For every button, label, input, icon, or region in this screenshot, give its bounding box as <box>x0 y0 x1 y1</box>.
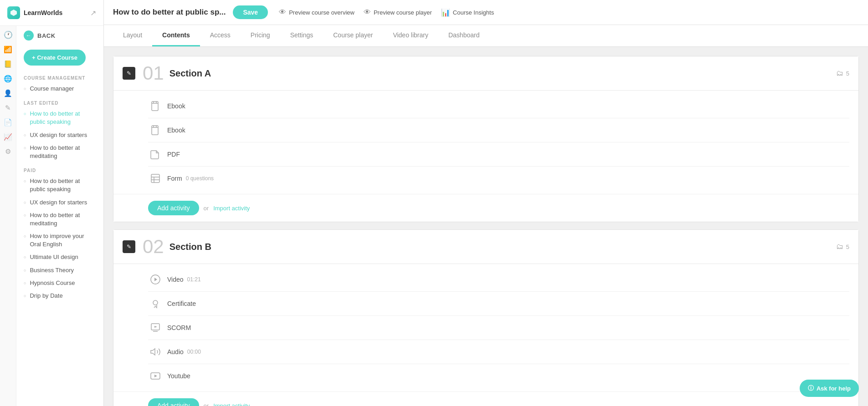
sidebar-item-course-manager[interactable]: Course manager <box>16 82 103 95</box>
tab-video-library[interactable]: Video library <box>383 25 438 46</box>
scorm-icon <box>148 320 163 335</box>
activity-item-video[interactable]: Video 01:21 <box>148 268 849 292</box>
svg-rect-2 <box>152 126 158 135</box>
section-meta-a: 🗂 5 <box>836 69 849 77</box>
sidebar-item-last-0[interactable]: How to do better at public speaking <box>16 107 103 128</box>
course-management-label: COURSE MANAGEMENT <box>16 70 103 82</box>
main-area: How to do better at public sp... Save 👁 … <box>104 0 868 406</box>
last-edited-label: LAST EDITED <box>16 95 103 107</box>
sidebar-item-paid-3[interactable]: How to improve your Oral English <box>16 230 103 251</box>
nav-icon-gear[interactable]: ⚙ <box>5 147 11 156</box>
section-header-a: ✎ 01 Section A 🗂 5 <box>113 56 858 91</box>
nav-icon-page[interactable]: 📄 <box>4 118 12 127</box>
activity-meta-form: 0 questions <box>186 175 214 182</box>
preview-player-action[interactable]: 👁 Preview course player <box>364 8 432 16</box>
youtube-icon <box>148 369 163 383</box>
or-text-a: or <box>204 205 209 212</box>
activity-item-scorm[interactable]: SCORM <box>148 316 849 340</box>
nav-icon-pen[interactable]: ✎ <box>5 104 11 112</box>
activity-meta-audio: 00:00 <box>187 349 201 355</box>
ask-for-help-button[interactable]: ⓘ Ask for help <box>800 380 859 397</box>
nav-icon-book[interactable]: 📒 <box>4 60 12 68</box>
back-arrow-icon: ← <box>24 30 34 41</box>
add-activity-button-b[interactable]: Add activity <box>148 398 199 406</box>
preview-overview-action[interactable]: 👁 Preview course overview <box>279 8 354 16</box>
course-insights-label: Course Insights <box>453 9 494 16</box>
course-insights-action[interactable]: 📊 Course Insights <box>441 8 494 17</box>
content-area: ✎ 01 Section A 🗂 5 Ebook <box>104 47 868 406</box>
footprint-icon-a: 🗂 <box>836 69 843 77</box>
section-edit-button-a[interactable]: ✎ <box>123 67 135 80</box>
activity-label-form: Form <box>167 175 182 182</box>
tab-layout[interactable]: Layout <box>113 25 152 46</box>
sidebar-item-last-2[interactable]: How to do better at meditating <box>16 142 103 162</box>
activity-label-pdf: PDF <box>167 151 180 158</box>
svg-marker-0 <box>10 10 17 16</box>
or-text-b: or <box>204 402 209 406</box>
svg-rect-1 <box>152 102 158 111</box>
back-button[interactable]: ← BACK <box>16 26 103 45</box>
section-number-b: 02 <box>143 237 164 256</box>
preview-overview-icon: 👁 <box>279 8 286 16</box>
page-title: How to do better at public sp... <box>113 8 226 17</box>
nav-icon-user[interactable]: 👤 <box>4 89 12 97</box>
activity-item-youtube[interactable]: Youtube <box>148 364 849 388</box>
section-header-b: ✎ 02 Section B 🗂 5 <box>113 230 858 264</box>
activity-label-ebook1: Ebook <box>167 102 185 110</box>
sidebar-item-paid-7[interactable]: Drip by Date <box>16 289 103 302</box>
export-icon[interactable]: ↗ <box>90 9 96 17</box>
tab-settings[interactable]: Settings <box>280 25 324 46</box>
sidebar-item-paid-4[interactable]: Ultimate UI design <box>16 251 103 264</box>
tab-course-player[interactable]: Course player <box>323 25 383 46</box>
activity-label-scorm: SCORM <box>167 324 191 331</box>
activity-item-ebook2[interactable]: Ebook <box>148 118 849 142</box>
activity-item-ebook1[interactable]: Ebook <box>148 94 849 118</box>
section-number-a: 01 <box>143 64 164 83</box>
preview-overview-label: Preview course overview <box>289 9 354 16</box>
create-course-button[interactable]: + Create Course <box>24 50 86 66</box>
preview-player-icon: 👁 <box>364 8 371 16</box>
audio-icon <box>148 345 163 359</box>
activities-section-a: Ebook Ebook PDF <box>113 91 858 194</box>
sidebar-item-paid-1[interactable]: UX design for starters <box>16 196 103 209</box>
import-activity-link-b[interactable]: Import activity <box>213 402 250 406</box>
preview-player-label: Preview course player <box>374 9 432 16</box>
activity-item-certificate[interactable]: Certificate <box>148 292 849 316</box>
tab-dashboard[interactable]: Dashboard <box>438 25 490 46</box>
nav-icon-wifi[interactable]: 📶 <box>4 46 12 54</box>
import-activity-link-a[interactable]: Import activity <box>213 205 250 212</box>
nav-icon-clock[interactable]: 🕐 <box>4 30 13 39</box>
ebook-icon-1 <box>148 99 163 113</box>
sidebar-item-paid-2[interactable]: How to do better at meditating <box>16 209 103 230</box>
tab-contents[interactable]: Contents <box>152 25 200 46</box>
section-title-b: Section B <box>169 242 211 252</box>
sidebar-item-paid-5[interactable]: Business Theory <box>16 264 103 277</box>
sidebar-item-last-1[interactable]: UX design for starters <box>16 129 103 142</box>
svg-marker-13 <box>151 349 155 355</box>
add-activity-button-a[interactable]: Add activity <box>148 201 199 215</box>
section-count-a: 5 <box>846 70 849 77</box>
save-button[interactable]: Save <box>233 5 268 19</box>
activity-item-audio[interactable]: Audio 00:00 <box>148 340 849 364</box>
svg-marker-8 <box>154 278 157 281</box>
svg-marker-11 <box>154 326 157 328</box>
section-edit-button-b[interactable]: ✎ <box>123 240 135 253</box>
topbar: How to do better at public sp... Save 👁 … <box>104 0 868 25</box>
activity-item-form[interactable]: Form 0 questions <box>148 167 849 190</box>
footprint-icon-b: 🗂 <box>836 243 843 251</box>
section-meta-b: 🗂 5 <box>836 243 849 251</box>
section-footer-b: Add activity or Import activity <box>113 391 858 406</box>
tab-pricing[interactable]: Pricing <box>241 25 280 46</box>
nav-icon-chart[interactable]: 📈 <box>4 133 12 141</box>
sidebar-item-paid-6[interactable]: Hypnosis Course <box>16 277 103 289</box>
ask-help-label: Ask for help <box>817 385 851 392</box>
tab-access[interactable]: Access <box>200 25 241 46</box>
activity-item-pdf[interactable]: PDF <box>148 142 849 167</box>
section-footer-a: Add activity or Import activity <box>113 194 858 222</box>
activity-label-certificate: Certificate <box>167 300 196 307</box>
sidebar-header: LearnWorlds ↗ <box>0 0 103 26</box>
sidebar-item-paid-0[interactable]: How to do better at public speaking <box>16 175 103 196</box>
nav-icon-globe[interactable]: 🌐 <box>4 75 12 83</box>
activities-section-b: Video 01:21 Certificate SCORM <box>113 264 858 391</box>
section-title-a: Section A <box>169 68 211 79</box>
